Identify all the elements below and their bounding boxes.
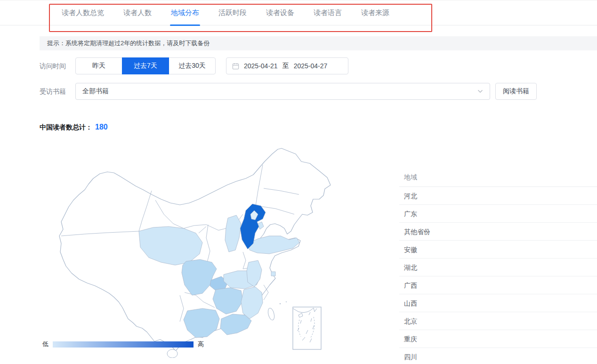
province-shanghai[interactable] (271, 272, 275, 276)
date-range-picker[interactable]: 2025-04-21 至 2025-04-27 (226, 57, 348, 74)
tab-label: 读者来源 (361, 8, 389, 17)
small-island-dot (286, 301, 287, 302)
visit-time-label: 访问时间 (40, 57, 66, 74)
region-table-header: 地域 (399, 168, 597, 187)
tab-label: 读者设备 (266, 8, 294, 17)
region-row: 河北 (399, 187, 597, 205)
tab-reader-count[interactable]: 读者人数 (123, 0, 152, 25)
legend-low-label: 低 (42, 340, 48, 348)
south-china-sea-inset (293, 307, 321, 349)
province-jiangxi[interactable] (241, 287, 263, 319)
notice-bar: 提示：系统将定期清理超过2年的统计数据，请及时下载备份 (40, 36, 597, 50)
calendar-icon (232, 63, 239, 70)
tab-bar-container: 读者人数总览读者人数地域分布活跃时段读者设备读者语言读者来源 (0, 0, 597, 25)
region-table-body: 河北广东其他省份安徽湖北广西山西北京重庆四川 (399, 187, 597, 364)
tab-reader-devices[interactable]: 读者设备 (266, 0, 294, 25)
region-row: 其他省份 (399, 223, 597, 241)
tab-reader-count-overview[interactable]: 读者人数总览 (62, 0, 104, 25)
tab-label: 读者人数总览 (62, 8, 104, 17)
map-color-legend: 低 高 (42, 340, 204, 348)
date-start[interactable]: 2025-04-21 (244, 62, 278, 70)
legend-high-label: 高 (198, 340, 204, 348)
hainan-island (167, 349, 177, 358)
time-button-last-7-days[interactable]: 过去7天 (122, 57, 169, 74)
china-map-svg (42, 144, 377, 358)
region-row: 广西 (399, 276, 597, 294)
date-end[interactable]: 2025-04-27 (294, 62, 328, 70)
region-row: 广东 (399, 205, 597, 223)
legend-gradient-bar (53, 341, 194, 348)
china-readers-total: 中国读者数总计： 180 (40, 123, 108, 132)
province-guangdong[interactable] (220, 314, 251, 335)
time-range-group: 昨天过去7天过去30天 (75, 57, 216, 74)
region-row: 重庆 (399, 330, 597, 348)
total-label: 中国读者数总计： (40, 123, 92, 132)
small-island-dot (280, 303, 281, 305)
notice-text: 提示：系统将定期清理超过2年的统计数据，请及时下载备份 (47, 40, 210, 47)
book-select-value: 全部书籍 (82, 87, 109, 96)
tab-active-hours[interactable]: 活跃时段 (218, 0, 247, 25)
visited-books-label: 受访书籍 (40, 83, 66, 100)
china-map-chart (42, 144, 377, 358)
region-table: 地域 河北广东其他省份安徽湖北广西山西北京重庆四川 (399, 168, 597, 364)
tab-label: 读者人数 (123, 8, 152, 17)
region-row: 安徽 (399, 241, 597, 259)
read-books-button[interactable]: 阅读书籍 (495, 83, 537, 100)
tab-label: 地域分布 (171, 8, 199, 17)
book-select[interactable]: 全部书籍 (75, 83, 490, 100)
time-button-yesterday[interactable]: 昨天 (75, 57, 122, 74)
region-row: 湖北 (399, 259, 597, 276)
region-row: 山西 (399, 294, 597, 312)
tab-region-distribution[interactable]: 地域分布 (171, 0, 199, 25)
chevron-down-icon (477, 89, 483, 93)
region-row: 北京 (399, 312, 597, 330)
region-row: 四川 (399, 348, 597, 364)
tab-bar: 读者人数总览读者人数地域分布活跃时段读者设备读者语言读者来源 (62, 0, 389, 25)
tab-label: 活跃时段 (218, 8, 247, 17)
reader-analytics-page: 读者人数总览读者人数地域分布活跃时段读者设备读者语言读者来源 提示：系统将定期清… (0, 0, 597, 364)
date-separator: 至 (282, 62, 289, 70)
total-value: 180 (95, 123, 108, 131)
taiwan-island (267, 307, 275, 321)
tab-reader-languages[interactable]: 读者语言 (314, 0, 342, 25)
time-button-last-30-days[interactable]: 过去30天 (169, 57, 216, 74)
tab-reader-sources[interactable]: 读者来源 (361, 0, 389, 25)
tab-label: 读者语言 (314, 8, 342, 17)
